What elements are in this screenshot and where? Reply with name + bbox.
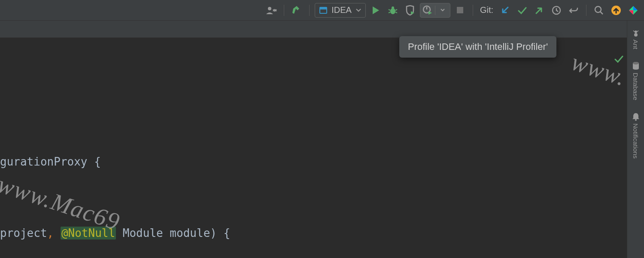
- clock-icon: [552, 6, 561, 15]
- database-icon: [632, 61, 640, 70]
- run-configuration-dropdown[interactable]: IDEA: [315, 3, 366, 18]
- tooltip-text: Profile 'IDEA' with 'IntelliJ Profiler': [408, 41, 548, 52]
- ant-icon: [632, 29, 640, 37]
- svg-line-5: [389, 9, 390, 10]
- git-revert-button[interactable]: [566, 3, 581, 18]
- svg-point-3: [390, 8, 395, 14]
- search-button[interactable]: [592, 3, 606, 18]
- svg-point-12: [595, 6, 601, 12]
- profile-button[interactable]: [420, 3, 435, 17]
- separator: [473, 5, 473, 16]
- svg-point-4: [392, 6, 394, 9]
- stop-button[interactable]: [453, 3, 468, 18]
- git-push-button[interactable]: [532, 3, 547, 18]
- svg-line-8: [395, 12, 397, 13]
- build-button[interactable]: [289, 3, 304, 18]
- search-icon: [594, 6, 604, 15]
- play-icon: [371, 6, 380, 15]
- stop-icon: [457, 7, 463, 13]
- svg-point-23: [633, 62, 639, 64]
- svg-line-13: [600, 12, 603, 14]
- arrow-up-right-icon: [535, 6, 544, 15]
- update-available-icon: [611, 5, 621, 15]
- jetbrains-toolbox-button[interactable]: [626, 3, 641, 18]
- code-line: project, @NotNull Module module) {: [0, 225, 627, 241]
- main-toolbar: IDEA: [0, 0, 644, 21]
- bug-icon: [388, 5, 398, 15]
- right-tool-strip: Ant Database Notifications: [627, 21, 644, 258]
- svg-rect-2: [320, 7, 327, 9]
- hammer-icon: [292, 5, 302, 15]
- git-history-button[interactable]: [549, 3, 564, 18]
- checkmark-icon: [614, 54, 623, 64]
- tool-label: Database: [632, 73, 639, 100]
- bell-icon: [632, 112, 640, 121]
- tool-label: Notifications: [632, 123, 639, 159]
- code-editor[interactable]: gurationProxy { project, @NotNull Module…: [0, 38, 627, 258]
- git-label: Git:: [478, 5, 495, 15]
- svg-point-18: [635, 31, 637, 33]
- coverage-button[interactable]: [403, 3, 417, 18]
- tooltip: Profile 'IDEA' with 'IntelliJ Profiler': [399, 36, 556, 58]
- svg-line-6: [395, 9, 397, 10]
- svg-line-20: [633, 31, 635, 32]
- separator: [586, 5, 586, 16]
- svg-point-19: [634, 33, 638, 37]
- debug-button[interactable]: [386, 3, 400, 18]
- editor-tab-bar: [0, 21, 644, 38]
- undo-icon: [569, 6, 578, 15]
- inspection-status[interactable]: [614, 53, 623, 66]
- checkmark-icon: [517, 6, 527, 15]
- git-pull-button[interactable]: [498, 3, 512, 18]
- profile-dropdown-button[interactable]: [435, 3, 450, 17]
- chevron-down-icon: [440, 9, 445, 12]
- chevron-down-icon: [356, 9, 361, 12]
- run-config-label: IDEA: [331, 5, 352, 15]
- separator: [309, 5, 310, 16]
- profiler-icon: [422, 5, 433, 15]
- shield-play-icon: [405, 5, 415, 15]
- jetbrains-icon: [628, 5, 638, 15]
- separator: [284, 5, 284, 16]
- notifications-tool-window-button[interactable]: Notifications: [632, 112, 640, 159]
- svg-line-21: [637, 31, 638, 32]
- database-tool-window-button[interactable]: Database: [632, 61, 640, 100]
- svg-line-7: [389, 12, 390, 13]
- svg-point-0: [268, 7, 271, 10]
- tool-label: Ant: [632, 40, 639, 49]
- ant-tool-window-button[interactable]: Ant: [632, 29, 640, 49]
- update-button[interactable]: [609, 3, 623, 18]
- profile-button-group: [420, 3, 450, 18]
- user-icon: [265, 6, 277, 15]
- arrow-down-left-icon: [500, 6, 510, 15]
- run-button[interactable]: [368, 3, 383, 18]
- app-window-icon: [319, 6, 327, 14]
- user-button[interactable]: [264, 3, 279, 18]
- git-commit-button[interactable]: [515, 3, 529, 18]
- code-line: gurationProxy {: [0, 154, 627, 169]
- svg-point-24: [635, 119, 637, 121]
